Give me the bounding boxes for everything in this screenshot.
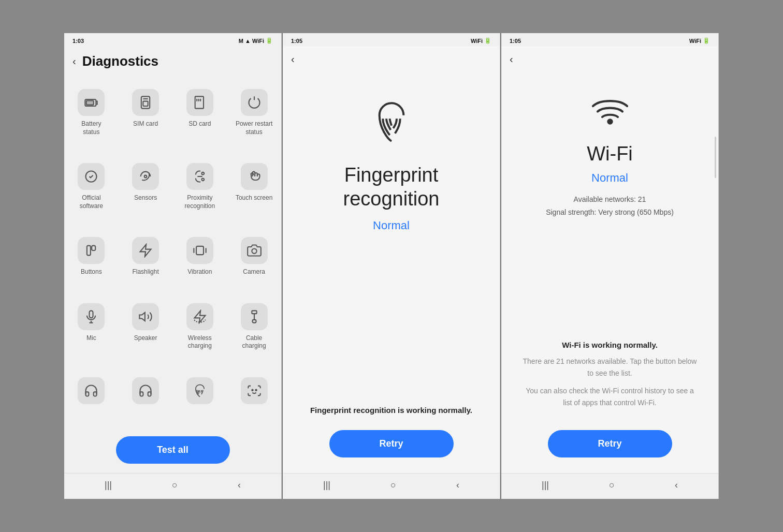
face-icon <box>241 377 268 404</box>
grid-item-audio[interactable] <box>64 368 119 426</box>
speaker-icon <box>132 303 159 330</box>
wireless-charging-icon <box>186 303 213 330</box>
nav-back-3[interactable]: ‹ <box>675 480 678 491</box>
vibration-label: Vibration <box>187 268 212 276</box>
nav-back-2[interactable]: ‹ <box>456 480 459 491</box>
software-label: Officialsoftware <box>80 194 103 210</box>
grid-item-sim[interactable]: SIM card <box>119 80 173 154</box>
power-icon <box>241 89 268 116</box>
grid-item-software[interactable]: Officialsoftware <box>64 154 119 228</box>
flashlight-icon <box>132 237 159 264</box>
status-wifi-3: WiFi <box>689 38 701 44</box>
diagnostics-grid: Batterystatus SIM card SD <box>64 75 281 431</box>
svg-rect-18 <box>196 246 204 255</box>
grid-item-touch[interactable]: Touch screen <box>227 154 281 228</box>
grid-item-vibration[interactable]: Vibration <box>173 228 227 294</box>
test-all-button[interactable]: Test all <box>116 436 230 464</box>
svg-rect-3 <box>143 101 148 106</box>
wifi-retry-button[interactable]: Retry <box>548 430 672 457</box>
svg-point-29 <box>252 390 253 391</box>
fingerprint-large-icon <box>371 101 412 151</box>
battery-icon <box>78 89 105 116</box>
status-icons-3: WiFi 🔋 <box>689 37 710 44</box>
wifi-desc1: There are 21 networks available. Tap the… <box>522 356 698 379</box>
sensors-label: Sensors <box>134 194 157 202</box>
svg-point-30 <box>255 390 256 391</box>
nav-recent-2[interactable]: ||| <box>323 480 330 491</box>
svg-rect-26 <box>252 320 256 323</box>
sd-label: SD card <box>189 120 211 128</box>
nav-back-1[interactable]: ‹ <box>238 480 241 491</box>
svg-rect-20 <box>90 311 93 318</box>
nav-recent-1[interactable]: ||| <box>105 480 112 491</box>
grid-item-camera[interactable]: Camera <box>227 228 281 294</box>
back-button-1[interactable]: ‹ <box>72 55 76 67</box>
sim-label: SIM card <box>133 120 158 128</box>
software-icon <box>78 163 105 190</box>
proximity-label: Proximityrecognition <box>185 194 215 210</box>
grid-item-battery[interactable]: Batterystatus <box>64 80 119 154</box>
buttons-icon <box>78 237 105 264</box>
nav-home-2[interactable]: ○ <box>390 480 396 491</box>
grid-item-mic[interactable]: Mic <box>64 294 119 368</box>
nav-home-3[interactable]: ○ <box>609 480 615 491</box>
screen-fingerprint: 1:05 WiFi 🔋 ‹ Fingerprint recognition No… <box>283 33 500 499</box>
sd-icon <box>186 89 213 116</box>
cable-label: Cablecharging <box>242 334 266 350</box>
status-time-2: 1:05 <box>291 38 302 44</box>
status-wifi-2: WiFi <box>471 38 483 44</box>
mic-label: Mic <box>86 334 96 343</box>
svg-rect-14 <box>92 246 96 250</box>
status-battery-3: 🔋 <box>703 37 710 44</box>
wifi-title: Wi-Fi <box>587 143 633 165</box>
grid-item-power[interactable]: Power restartstatus <box>227 80 281 154</box>
back-button-3[interactable]: ‹ <box>510 53 513 65</box>
status-time-3: 1:05 <box>510 38 521 44</box>
screen-diagnostics: 1:03 M ▲ WiFi 🔋 ‹ Diagnostics Batterysta… <box>64 33 282 499</box>
grid-item-fingerprint-main[interactable] <box>173 368 227 426</box>
svg-rect-25 <box>252 311 256 314</box>
camera-icon <box>241 237 268 264</box>
svg-point-11 <box>201 172 204 175</box>
vibration-icon <box>186 237 213 264</box>
nav-recent-3[interactable]: ||| <box>542 480 549 491</box>
status-icons-2: WiFi 🔋 <box>471 37 491 44</box>
fingerprint-status: Normal <box>373 219 410 232</box>
status-battery-2: 🔋 <box>484 37 491 44</box>
screen-wifi: 1:05 WiFi 🔋 ‹ Wi-Fi Normal Available net… <box>501 33 719 499</box>
nav-home-1[interactable]: ○ <box>172 480 178 491</box>
grid-item-face[interactable] <box>227 368 281 426</box>
grid-item-sd[interactable]: SD card <box>173 80 227 154</box>
grid-item-proximity[interactable]: Proximityrecognition <box>173 154 227 228</box>
grid-item-buttons[interactable]: Buttons <box>64 228 119 294</box>
status-icon-battery: 🔋 <box>266 37 273 44</box>
proximity-icon <box>186 163 213 190</box>
power-label: Power restartstatus <box>236 120 272 136</box>
status-bar-2: 1:05 WiFi 🔋 <box>283 33 500 46</box>
nav-bar-1: ||| ○ ‹ <box>64 473 281 499</box>
svg-rect-1 <box>86 101 94 105</box>
grid-item-sensors[interactable]: Sensors <box>119 154 173 228</box>
wifi-description-box: Wi-Fi is working normally. There are 21 … <box>517 341 703 415</box>
grid-item-headphones[interactable] <box>119 368 173 426</box>
back-button-2[interactable]: ‹ <box>291 53 295 65</box>
camera-label: Camera <box>243 268 265 276</box>
grid-item-wireless[interactable]: Wirelesscharging <box>173 294 227 368</box>
fingerprint-header: ‹ <box>283 46 500 70</box>
grid-item-cable[interactable]: Cablecharging <box>227 294 281 368</box>
grid-item-speaker[interactable]: Speaker <box>119 294 173 368</box>
grid-item-flashlight[interactable]: Flashlight <box>119 228 173 294</box>
scrollbar-indicator <box>715 137 716 178</box>
nav-bar-3: ||| ○ ‹ <box>501 473 718 499</box>
svg-rect-2 <box>141 96 150 108</box>
fingerprint-retry-button[interactable]: Retry <box>329 430 454 457</box>
touch-label: Touch screen <box>236 194 272 202</box>
speaker-label: Speaker <box>134 334 157 343</box>
status-icon-wifi: WiFi <box>252 38 264 44</box>
wireless-label: Wirelesscharging <box>188 334 212 350</box>
status-icon-mail: M <box>239 38 243 44</box>
svg-rect-5 <box>195 96 204 108</box>
svg-point-12 <box>201 179 204 181</box>
diagnostics-header: ‹ Diagnostics <box>64 46 281 75</box>
svg-point-31 <box>608 120 612 123</box>
